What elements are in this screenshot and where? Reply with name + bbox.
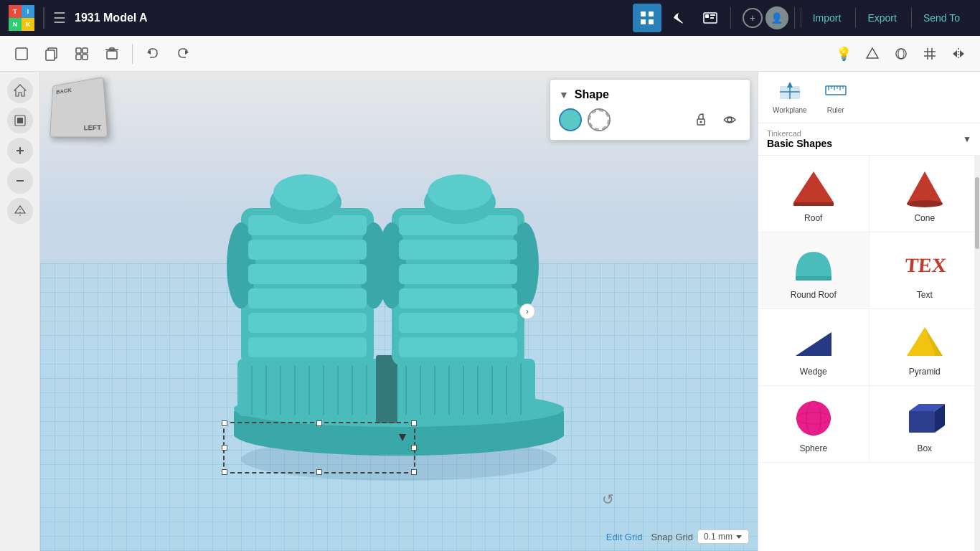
shapes-category: Basic Shapes — [767, 138, 832, 149]
shapes-source-area: Tinkercad Basic Shapes — [767, 129, 832, 149]
delete-btn[interactable] — [99, 41, 125, 67]
solid-shape-btn[interactable] — [559, 108, 582, 131]
list-icon: ☰ — [53, 9, 66, 27]
light-btn[interactable]: 💡 — [831, 41, 857, 67]
import-btn[interactable]: Import — [801, 8, 853, 28]
wedge-label: Wedge — [800, 367, 827, 377]
ruler-label: Ruler — [827, 106, 844, 114]
svg-point-82 — [273, 174, 338, 210]
new-doc-btn[interactable] — [9, 41, 34, 67]
gallery-btn[interactable] — [696, 4, 725, 32]
user-area[interactable]: + 👤 — [743, 6, 788, 29]
expand-panel-btn[interactable]: › — [519, 303, 535, 319]
shape-item-round-roof[interactable]: Round Roof — [758, 232, 870, 309]
svg-rect-68 — [248, 264, 367, 284]
edit-grid-label[interactable]: Edit Grid — [606, 532, 643, 542]
zoom-out-btn[interactable] — [7, 168, 33, 194]
workplane-btn[interactable]: Workplane — [767, 77, 813, 117]
snap-grid-label: Snap Grid — [651, 532, 693, 542]
svg-rect-78 — [399, 288, 517, 309]
grid-view-btn[interactable] — [633, 4, 661, 32]
shapes-header: Tinkercad Basic Shapes ▼ — [758, 123, 980, 156]
svg-rect-79 — [399, 313, 517, 333]
pyramid-icon — [902, 318, 948, 364]
bottom-bar: Edit Grid Snap Grid 0.1 mm — [40, 522, 758, 551]
roof-label: Roof — [804, 213, 822, 223]
svg-marker-30 — [14, 85, 26, 96]
project-name-area: ☰ 1931 Model A — [53, 9, 148, 27]
shape-item-wedge[interactable]: Wedge — [758, 309, 870, 386]
svg-rect-13 — [76, 55, 81, 60]
view-tools: 💡 — [831, 41, 971, 67]
rotate-hint[interactable]: ↺ — [602, 491, 614, 508]
duplicate-btn[interactable] — [69, 41, 95, 67]
shape-panel-title: Shape — [575, 88, 609, 101]
svg-rect-0 — [641, 11, 646, 17]
svg-rect-6 — [710, 14, 715, 16]
left-tools — [0, 72, 40, 551]
home-btn[interactable] — [7, 77, 33, 103]
add-user-icon: + — [743, 8, 763, 28]
export-btn[interactable]: Export — [855, 8, 908, 28]
perspective-btn[interactable] — [7, 198, 33, 224]
solid-view-btn[interactable] — [859, 41, 885, 67]
shape-item-box[interactable]: Box — [870, 386, 981, 463]
svg-rect-70 — [248, 313, 367, 333]
shape-item-text[interactable]: TEXT Text — [870, 232, 981, 309]
workplane-label: Workplane — [773, 106, 807, 114]
undo-btn[interactable] — [140, 41, 166, 67]
separator — [730, 7, 731, 29]
svg-point-104 — [907, 200, 943, 207]
shape-item-roof[interactable]: Roof — [758, 156, 870, 232]
svg-rect-7 — [710, 17, 714, 19]
lock-btn[interactable] — [689, 108, 712, 131]
svg-marker-29 — [960, 50, 964, 57]
svg-rect-10 — [46, 50, 55, 60]
redo-btn[interactable] — [170, 41, 196, 67]
project-title[interactable]: 1931 Model A — [75, 11, 148, 24]
svg-rect-69 — [248, 288, 367, 309]
zoom-in-btn[interactable] — [7, 138, 33, 164]
dropdown-arrow[interactable]: ▼ — [559, 89, 569, 100]
orientation-cube[interactable]: BACK LEFT — [47, 79, 105, 136]
round-roof-icon — [791, 241, 837, 287]
snap-value-btn[interactable]: 0.1 mm — [697, 529, 749, 544]
tinkercad-logo[interactable]: T I N K — [9, 5, 34, 31]
shapes-source: Tinkercad — [767, 129, 832, 138]
ruler-btn[interactable]: Ruler — [819, 77, 853, 117]
snap-value: 0.1 mm — [704, 532, 732, 542]
fit-view-btn[interactable] — [7, 108, 33, 133]
car-seats-svg — [148, 143, 650, 502]
shapes-grid: Roof Cone Round Roof — [758, 156, 980, 463]
topbar-right: + 👤 Import Export Send To — [633, 4, 971, 32]
mirror-btn[interactable] — [946, 41, 971, 67]
svg-marker-89 — [736, 535, 742, 539]
svg-rect-76 — [399, 240, 517, 260]
sphere-icon — [791, 395, 837, 441]
shape-item-pyramid[interactable]: Pyramid — [870, 309, 981, 386]
shape-item-sphere[interactable]: Sphere — [758, 386, 870, 463]
cone-label: Cone — [914, 213, 935, 223]
hole-shape-btn[interactable] — [588, 108, 611, 131]
cube-left-label: LEFT — [84, 123, 102, 132]
viewport[interactable]: BACK LEFT — [40, 72, 758, 551]
svg-marker-101 — [793, 171, 834, 202]
scrollbar-track — [974, 156, 980, 551]
cube-back-label: BACK — [56, 87, 72, 95]
shapes-area: Roof Cone Round Roof — [758, 156, 980, 551]
scrollbar-thumb[interactable] — [975, 177, 979, 249]
shape-panel: ▼ Shape — [550, 79, 750, 141]
shapes-dropdown-btn[interactable]: ▼ — [963, 134, 971, 144]
visible-btn[interactable] — [718, 108, 741, 131]
text-shape-icon: TEXT — [902, 241, 948, 287]
shape-panel-header: ▼ Shape — [559, 88, 741, 101]
shape-item-cone[interactable]: Cone — [870, 156, 981, 232]
pyramid-label: Pyramid — [909, 367, 941, 377]
tools-btn[interactable] — [664, 4, 693, 32]
wire-view-btn[interactable] — [888, 41, 914, 67]
main-area: BACK LEFT — [0, 72, 980, 551]
send-to-btn[interactable]: Send To — [911, 8, 971, 28]
svg-rect-71 — [248, 337, 367, 357]
grid-btn[interactable] — [917, 41, 943, 67]
copy-btn[interactable] — [39, 41, 65, 67]
